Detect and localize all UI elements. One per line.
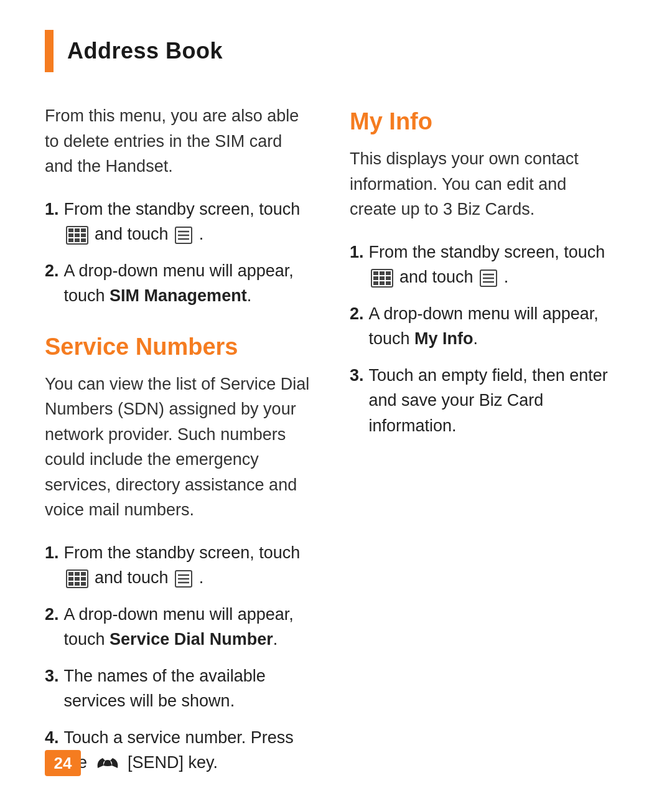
step-content: Touch a service number. Press the [SEND]… — [64, 725, 312, 776]
list-item: 2. A drop-down menu will appear, touch S… — [45, 602, 312, 652]
svg-rect-5 — [75, 233, 80, 237]
svg-rect-37 — [386, 281, 391, 285]
svg-rect-16 — [75, 572, 80, 576]
step-number: 1. — [45, 540, 59, 566]
svg-rect-33 — [380, 276, 385, 280]
list-item: 1. From the standby screen, touch — [45, 197, 312, 247]
main-content: From this menu, you are also able to del… — [0, 91, 672, 800]
right-column: My Info This displays your own contact i… — [350, 103, 617, 800]
left-column: From this menu, you are also able to del… — [45, 103, 312, 800]
page-header: Address Book — [0, 0, 672, 91]
svg-rect-20 — [81, 577, 86, 581]
list-item: 3. Touch an empty field, then enter and … — [350, 363, 617, 439]
svg-rect-9 — [81, 238, 86, 242]
svg-rect-7 — [68, 238, 73, 242]
step-content: From the standby screen, touch — [369, 240, 617, 290]
svg-rect-15 — [68, 572, 73, 576]
svg-rect-8 — [75, 238, 80, 242]
sim-steps-list: 1. From the standby screen, touch — [45, 197, 312, 309]
svg-rect-18 — [68, 577, 73, 581]
my-info-steps: 1. From the standby screen, touch — [350, 240, 617, 439]
intro-text: From this menu, you are also able to del… — [45, 103, 312, 179]
step-content: A drop-down menu will appear, touch SIM … — [64, 258, 312, 309]
svg-rect-29 — [373, 271, 378, 275]
svg-rect-35 — [373, 281, 378, 285]
svg-rect-1 — [68, 228, 73, 232]
svg-rect-17 — [81, 572, 86, 576]
service-numbers-description: You can view the list of Service Dial Nu… — [45, 372, 312, 523]
service-numbers-title: Service Numbers — [45, 334, 312, 360]
svg-rect-34 — [386, 276, 391, 280]
svg-rect-4 — [68, 233, 73, 237]
step-content: A drop-down menu will appear, touch Serv… — [64, 602, 312, 652]
page-title: Address Book — [67, 38, 223, 64]
svg-rect-6 — [81, 233, 86, 237]
menu-icon — [175, 570, 192, 588]
svg-rect-31 — [386, 271, 391, 275]
phone-grid-icon — [371, 269, 393, 288]
list-item: 4. Touch a service number. Press the [SE… — [45, 725, 312, 776]
step-number: 3. — [350, 363, 364, 388]
header-accent-bar — [45, 30, 54, 72]
service-numbers-section: Service Numbers You can view the list of… — [45, 334, 312, 776]
step-content: Touch an empty field, then enter and sav… — [369, 363, 617, 439]
svg-rect-32 — [373, 276, 378, 280]
svg-rect-23 — [81, 582, 86, 586]
list-item: 1. From the standby screen, touch — [350, 240, 617, 290]
menu-icon — [175, 227, 192, 244]
my-info-title: My Info — [350, 108, 617, 135]
step-number: 1. — [350, 240, 364, 265]
my-info-description: This displays your own contact informati… — [350, 146, 617, 222]
step-number: 3. — [45, 663, 59, 689]
step-number: 2. — [350, 301, 364, 327]
svg-rect-2 — [75, 228, 80, 232]
list-item: 1. From the standby screen, touch — [45, 540, 312, 591]
step-number: 2. — [45, 258, 59, 284]
svg-rect-36 — [380, 281, 385, 285]
menu-icon — [480, 269, 497, 287]
phone-grid-icon — [66, 569, 88, 588]
step-content: The names of the available services will… — [64, 663, 312, 714]
service-numbers-steps: 1. From the standby screen, touch — [45, 540, 312, 776]
step-content: From the standby screen, touch — [64, 540, 312, 591]
list-item: 2. A drop-down menu will appear, touch S… — [45, 258, 312, 309]
svg-rect-3 — [81, 228, 86, 232]
svg-rect-19 — [75, 577, 80, 581]
phone-grid-icon — [66, 226, 88, 245]
step-number: 1. — [45, 197, 59, 222]
page-number: 24 — [45, 750, 81, 776]
send-key-icon — [94, 754, 121, 773]
svg-rect-22 — [75, 582, 80, 586]
step-number: 2. — [45, 602, 59, 627]
list-item: 2. A drop-down menu will appear, touch M… — [350, 301, 617, 352]
list-item: 3. The names of the available services w… — [45, 663, 312, 714]
svg-rect-21 — [68, 582, 73, 586]
svg-rect-30 — [380, 271, 385, 275]
step-content: From the standby screen, touch — [64, 197, 312, 247]
step-number: 4. — [45, 725, 59, 751]
step-content: A drop-down menu will appear, touch My I… — [369, 301, 617, 352]
